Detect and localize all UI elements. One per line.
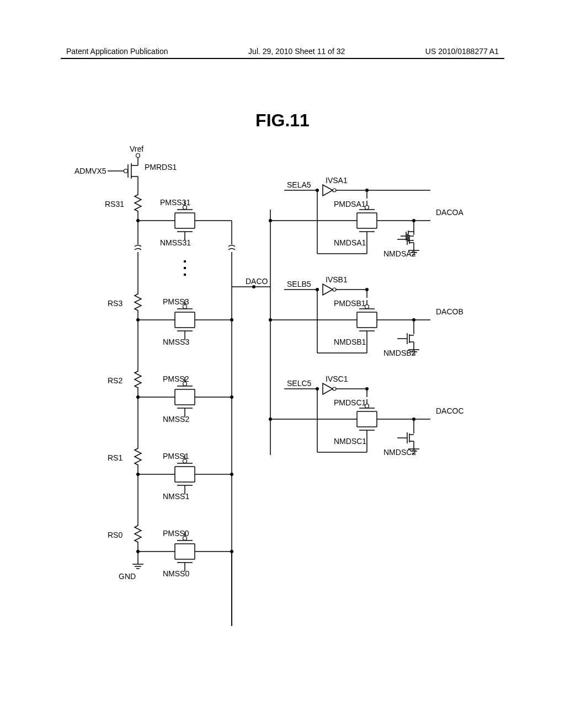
svg-rect-39 [184, 260, 186, 263]
label-vref: Vref [130, 144, 143, 153]
label-selc5: SELC5 [287, 379, 312, 388]
svg-rect-40 [184, 267, 186, 269]
label-ivsb1: IVSB1 [326, 275, 348, 284]
label-rs1: RS1 [108, 453, 122, 462]
label-nmss2: NMSS2 [163, 415, 189, 424]
svg-point-60 [230, 473, 233, 476]
label-daco: DACO [246, 277, 268, 286]
header-center: Jul. 29, 2010 Sheet 11 of 32 [248, 47, 345, 56]
header-right: US 2010/0188277 A1 [425, 47, 499, 56]
label-gnd: GND [119, 572, 136, 581]
svg-point-50 [230, 318, 233, 322]
label-pmss3: PMSS3 [163, 297, 189, 306]
branch-a: SELA5 IVSA1 PMDSA1 NMDSA1 DACOA [270, 176, 463, 258]
label-rs0: RS0 [108, 531, 122, 539]
svg-point-134 [269, 219, 272, 222]
label-sela5: SELA5 [287, 180, 311, 189]
figure-title: FIG.11 [0, 110, 565, 131]
label-pmss0: PMSS0 [163, 529, 189, 538]
branch-c: SELC5 IVSC1 PMDSC1 NMDSC1 DACOC [269, 374, 464, 457]
label-ivsa1: IVSA1 [326, 176, 348, 185]
label-dacoc: DACOC [436, 406, 464, 415]
label-nmss1: NMSS1 [163, 492, 189, 501]
label-ivsc1: IVSC1 [326, 374, 348, 383]
label-rs3: RS3 [108, 299, 122, 308]
label-admvx5: ADMVX5 [74, 167, 106, 175]
label-rs2: RS2 [108, 376, 122, 385]
label-pmdsc1: PMDSC1 [334, 398, 366, 407]
svg-point-102 [269, 318, 272, 322]
header-left: Patent Application Publication [66, 47, 168, 56]
label-pmss2: PMSS2 [163, 374, 189, 383]
svg-point-121 [269, 417, 272, 421]
header-rule [61, 58, 504, 59]
label-selb5: SELB5 [287, 280, 311, 288]
label-nmss0: NMSS0 [163, 569, 189, 578]
label-nmdsc1: NMDSC1 [334, 437, 366, 446]
label-nmdsc2: NMDSC2 [383, 448, 416, 457]
label-pmss31: PMSS31 [160, 198, 190, 207]
svg-point-55 [230, 395, 233, 399]
label-pmdsb1: PMDSB1 [334, 299, 366, 308]
svg-rect-41 [184, 274, 186, 276]
label-nmss31: NMSS31 [160, 238, 191, 247]
label-dacob: DACOB [436, 307, 463, 316]
label-nmss3: NMSS3 [163, 338, 189, 346]
label-nmdsb1: NMDSB1 [334, 338, 366, 346]
circuit-diagram: Vref ADMVX5 PMRDS1 RS31 PMSS31 NMSS31 [55, 143, 508, 684]
label-nmdsa1: NMDSA1 [334, 238, 366, 247]
label-dacoa: DACOA [436, 208, 463, 217]
label-pmss1: PMSS1 [163, 452, 189, 461]
branch-b: SELB5 IVSB1 PMDSB1 NMDSB1 DACOB [269, 275, 463, 357]
label-rs31: RS31 [105, 200, 124, 208]
label-nmdsa2: NMDSA2 [383, 249, 416, 258]
svg-point-29 [136, 154, 140, 158]
label-pmdsa1: PMDSA1 [334, 200, 366, 208]
label-pmrds1: PMRDS1 [145, 163, 177, 172]
label-nmdsb2: NMDSB2 [383, 349, 416, 357]
